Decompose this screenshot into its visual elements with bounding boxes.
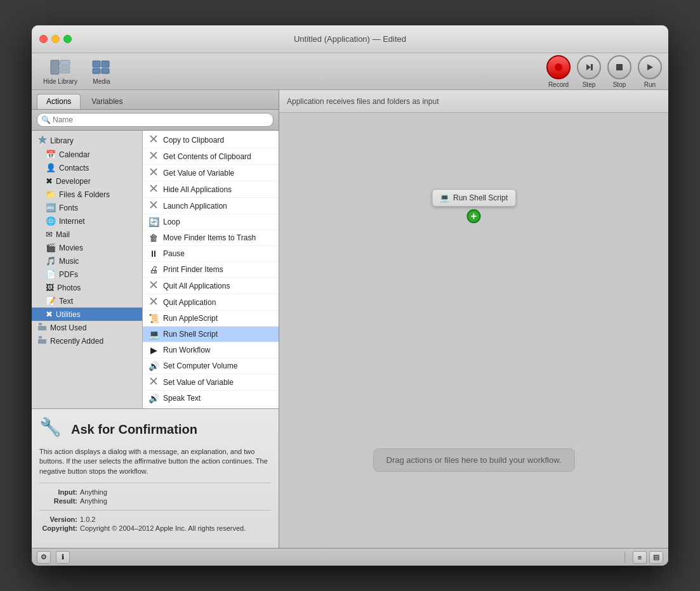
sidebar-item-developer[interactable]: ✖Developer: [32, 174, 142, 188]
svg-marker-9: [586, 64, 591, 70]
sidebar-item-contacts[interactable]: 👤Contacts: [32, 161, 142, 174]
action-item[interactable]: Copy to Clipboard: [143, 132, 279, 148]
sidebar-item-mail[interactable]: ✉Mail: [32, 228, 142, 241]
action-item[interactable]: Quit Application: [143, 294, 279, 311]
stop-label: Stop: [613, 81, 626, 88]
info-copyright-value: Copyright © 2004–2012 Apple Inc. All rig…: [80, 524, 246, 532]
status-bar: ⚙ ℹ ≡ ▤: [32, 548, 668, 566]
library-icon: [38, 135, 47, 146]
run-label: Run: [644, 81, 656, 88]
svg-rect-4: [93, 61, 100, 67]
svg-rect-17: [38, 339, 46, 344]
list-view-button[interactable]: ≡: [633, 551, 647, 564]
tab-actions[interactable]: Actions: [37, 94, 81, 109]
action-item[interactable]: 📜Run AppleScript: [143, 311, 279, 327]
sidebar-item-utilities[interactable]: ✖Utilities: [32, 308, 142, 321]
recently-added-icon: [38, 336, 47, 346]
action-icon: [148, 297, 159, 308]
search-icon: 🔍: [41, 115, 51, 124]
action-icon: 🔄: [148, 217, 159, 227]
svg-rect-1: [60, 60, 70, 65]
titlebar: Untitled (Application) — Edited: [32, 25, 668, 53]
action-item[interactable]: ⏸Pause: [143, 246, 279, 262]
music-icon: 🎵: [46, 256, 56, 266]
action-item[interactable]: Set Value of Variable: [143, 374, 279, 391]
action-item[interactable]: ▶Run Workflow: [143, 342, 279, 358]
calendar-icon: 📅: [46, 150, 56, 159]
stop-button[interactable]: Stop: [607, 55, 631, 88]
svg-rect-0: [51, 60, 59, 74]
action-item[interactable]: 🔊Speak Text: [143, 391, 279, 406]
action-item[interactable]: Get Contents of Clipboard: [143, 148, 279, 165]
svg-rect-2: [60, 67, 70, 69]
action-icon: [148, 280, 159, 291]
sidebar-item-recently-added[interactable]: Recently Added: [32, 334, 142, 347]
action-label: Quit All Applications: [163, 282, 230, 290]
step-button[interactable]: Step: [577, 55, 601, 88]
minimize-button[interactable]: [51, 35, 60, 43]
main-content: Actions Variables 🔍 Library📅Calendar👤Con…: [32, 90, 668, 548]
close-button[interactable]: [39, 35, 48, 43]
action-item[interactable]: Hide All Applications: [143, 181, 279, 198]
action-item[interactable]: 🗑Move Finder Items to Trash: [143, 230, 279, 246]
action-item[interactable]: Get Value of Variable: [143, 165, 279, 181]
workflow-header: Application receives files and folders a…: [279, 90, 668, 113]
action-label: Move Finder Items to Trash: [163, 233, 256, 242]
movies-icon: 🎬: [46, 243, 56, 252]
action-label: Speak Text: [163, 394, 201, 403]
svg-rect-11: [616, 64, 623, 70]
sidebar-item-files-folders[interactable]: 📁Files & Folders: [32, 188, 142, 201]
action-item[interactable]: Launch Application: [143, 198, 279, 214]
sidebar-item-most-used[interactable]: Most Used: [32, 321, 142, 334]
action-label: Run Shell Script: [163, 330, 218, 339]
action-icon: [148, 134, 159, 145]
contacts-icon: 👤: [46, 163, 56, 172]
search-wrapper: 🔍: [37, 113, 274, 127]
action-label: Quit Application: [163, 298, 216, 307]
action-icon: 🔊: [148, 361, 159, 371]
action-item[interactable]: 🔄Loop: [143, 214, 279, 230]
sidebar-item-movies[interactable]: 🎬Movies: [32, 241, 142, 254]
action-icon: [148, 377, 159, 387]
action-label: Get Value of Variable: [163, 169, 234, 178]
sidebar-item-music[interactable]: 🎵Music: [32, 254, 142, 268]
media-button[interactable]: Media: [86, 56, 117, 88]
action-item[interactable]: 🔊Set Computer Volume: [143, 358, 279, 374]
sidebar-item-fonts[interactable]: 🔤Fonts: [32, 201, 142, 214]
info-version-row: Version: 1.0.2: [39, 516, 271, 523]
mail-icon: ✉: [46, 230, 53, 239]
sidebar-item-library[interactable]: Library: [32, 133, 142, 148]
info-button[interactable]: ℹ: [56, 551, 70, 564]
sidebar-label-contacts: Contacts: [59, 164, 89, 172]
sidebar-item-calendar[interactable]: 📅Calendar: [32, 148, 142, 161]
sidebar-item-photos[interactable]: 🖼Photos: [32, 281, 142, 294]
sidebar-item-pdfs[interactable]: 📄PDFs: [32, 268, 142, 281]
action-label: Copy to Clipboard: [163, 136, 224, 145]
svg-marker-13: [38, 135, 47, 144]
sidebar-item-text[interactable]: 📝Text: [32, 294, 142, 308]
hide-library-button[interactable]: Hide Library: [38, 56, 83, 88]
workflow-action-box: 💻 Run Shell Script: [432, 189, 516, 207]
tab-variables[interactable]: Variables: [82, 94, 132, 109]
run-button[interactable]: Run: [638, 55, 662, 88]
action-icon: 🔊: [148, 393, 159, 403]
action-item[interactable]: 💻Run Shell Script: [143, 327, 279, 342]
action-item[interactable]: Quit All Applications: [143, 278, 279, 294]
svg-rect-15: [38, 326, 46, 330]
record-button[interactable]: Record: [546, 55, 571, 88]
search-bar: 🔍: [32, 110, 279, 131]
workflow-area[interactable]: 💻 Run Shell Script + Drag actions or fil…: [279, 113, 668, 548]
svg-rect-7: [102, 68, 109, 74]
pdfs-icon: 📄: [46, 270, 56, 279]
grid-view-button[interactable]: ▤: [649, 551, 663, 564]
add-action-button[interactable]: +: [466, 209, 480, 223]
search-input[interactable]: [37, 113, 274, 127]
settings-button[interactable]: ⚙: [37, 551, 51, 564]
action-item[interactable]: 🖨Print Finder Items: [143, 262, 279, 278]
sidebar-label-most-used: Most Used: [50, 323, 86, 332]
sidebar-item-internet[interactable]: 🌐Internet: [32, 214, 142, 228]
svg-point-8: [555, 63, 562, 71]
action-icon: 💻: [148, 329, 159, 339]
maximize-button[interactable]: [63, 35, 72, 43]
workflow-placeholder: Drag actions or files here to build your…: [373, 448, 574, 472]
